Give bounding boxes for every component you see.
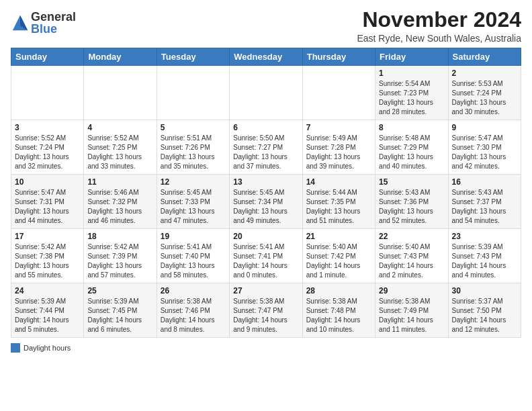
footer: Daylight hours (11, 343, 521, 353)
day-detail: Sunrise: 5:45 AMSunset: 7:34 PMDaylight:… (233, 188, 298, 226)
logo: General Blue (11, 11, 76, 35)
day-number: 12 (161, 177, 226, 187)
day-detail: Sunrise: 5:47 AMSunset: 7:30 PMDaylight:… (452, 134, 517, 171)
day-number: 13 (233, 177, 298, 187)
day-detail: Sunrise: 5:42 AMSunset: 7:38 PMDaylight:… (15, 242, 80, 280)
day-number: 22 (379, 232, 444, 241)
week-row-2: 3Sunrise: 5:52 AMSunset: 7:24 PMDaylight… (11, 120, 521, 175)
day-detail: Sunrise: 5:46 AMSunset: 7:32 PMDaylight:… (87, 188, 152, 226)
logo-icon (11, 13, 30, 32)
day-number: 21 (306, 232, 371, 241)
day-number: 9 (452, 123, 517, 132)
day-detail: Sunrise: 5:52 AMSunset: 7:25 PMDaylight:… (87, 134, 152, 171)
day-number: 29 (379, 286, 444, 295)
col-tuesday: Tuesday (157, 48, 229, 66)
day-detail: Sunrise: 5:47 AMSunset: 7:31 PMDaylight:… (15, 188, 80, 226)
subtitle: East Ryde, New South Wales, Australia (357, 33, 521, 44)
day-number: 5 (161, 123, 226, 132)
legend-label: Daylight hours (24, 344, 71, 352)
day-detail: Sunrise: 5:39 AMSunset: 7:43 PMDaylight:… (452, 242, 517, 280)
day-detail: Sunrise: 5:38 AMSunset: 7:49 PMDaylight:… (379, 297, 444, 334)
day-cell: 20Sunrise: 5:41 AMSunset: 7:41 PMDayligh… (230, 229, 302, 283)
day-number: 23 (452, 232, 517, 241)
day-cell: 5Sunrise: 5:51 AMSunset: 7:26 PMDaylight… (157, 120, 229, 175)
day-cell (302, 66, 375, 120)
day-detail: Sunrise: 5:38 AMSunset: 7:47 PMDaylight:… (233, 297, 298, 334)
logo-text: General Blue (31, 11, 76, 35)
day-cell: 2Sunrise: 5:53 AMSunset: 7:24 PMDaylight… (448, 66, 521, 120)
day-number: 6 (233, 123, 298, 132)
calendar-header: Sunday Monday Tuesday Wednesday Thursday… (11, 48, 521, 66)
day-cell: 10Sunrise: 5:47 AMSunset: 7:31 PMDayligh… (11, 175, 84, 229)
day-cell: 1Sunrise: 5:54 AMSunset: 7:23 PMDaylight… (375, 66, 448, 120)
day-number: 28 (306, 286, 371, 295)
week-row-3: 10Sunrise: 5:47 AMSunset: 7:31 PMDayligh… (11, 175, 521, 229)
week-row-1: 1Sunrise: 5:54 AMSunset: 7:23 PMDaylight… (11, 66, 521, 120)
day-cell: 27Sunrise: 5:38 AMSunset: 7:47 PMDayligh… (230, 283, 302, 338)
day-detail: Sunrise: 5:42 AMSunset: 7:39 PMDaylight:… (87, 242, 152, 280)
logo-general: General (31, 11, 76, 23)
day-cell: 23Sunrise: 5:39 AMSunset: 7:43 PMDayligh… (448, 229, 521, 283)
day-detail: Sunrise: 5:45 AMSunset: 7:33 PMDaylight:… (161, 188, 226, 226)
day-cell (230, 66, 302, 120)
day-cell: 4Sunrise: 5:52 AMSunset: 7:25 PMDaylight… (84, 120, 157, 175)
col-wednesday: Wednesday (230, 48, 302, 66)
day-detail: Sunrise: 5:48 AMSunset: 7:29 PMDaylight:… (379, 134, 444, 171)
day-cell: 6Sunrise: 5:50 AMSunset: 7:27 PMDaylight… (230, 120, 302, 175)
day-detail: Sunrise: 5:40 AMSunset: 7:42 PMDaylight:… (306, 242, 371, 280)
day-detail: Sunrise: 5:44 AMSunset: 7:35 PMDaylight:… (306, 188, 371, 226)
day-number: 14 (306, 177, 371, 187)
day-cell: 13Sunrise: 5:45 AMSunset: 7:34 PMDayligh… (230, 175, 302, 229)
day-detail: Sunrise: 5:37 AMSunset: 7:50 PMDaylight:… (452, 297, 517, 334)
col-sunday: Sunday (11, 48, 84, 66)
day-number: 2 (452, 68, 517, 78)
day-number: 4 (87, 123, 152, 132)
day-detail: Sunrise: 5:54 AMSunset: 7:23 PMDaylight:… (379, 79, 444, 117)
day-cell: 21Sunrise: 5:40 AMSunset: 7:42 PMDayligh… (302, 229, 375, 283)
main-title: November 2024 (357, 8, 521, 32)
day-number: 26 (161, 286, 226, 295)
day-cell: 11Sunrise: 5:46 AMSunset: 7:32 PMDayligh… (84, 175, 157, 229)
header: General Blue November 2024 East Ryde, Ne… (11, 8, 521, 44)
day-number: 10 (15, 177, 80, 187)
day-detail: Sunrise: 5:41 AMSunset: 7:41 PMDaylight:… (233, 242, 298, 280)
day-cell: 14Sunrise: 5:44 AMSunset: 7:35 PMDayligh… (302, 175, 375, 229)
day-number: 1 (379, 68, 444, 78)
day-cell: 30Sunrise: 5:37 AMSunset: 7:50 PMDayligh… (448, 283, 521, 338)
day-detail: Sunrise: 5:49 AMSunset: 7:28 PMDaylight:… (306, 134, 371, 171)
col-thursday: Thursday (302, 48, 375, 66)
day-number: 19 (161, 232, 226, 241)
day-number: 3 (15, 123, 80, 132)
title-block: November 2024 East Ryde, New South Wales… (357, 8, 521, 44)
col-saturday: Saturday (448, 48, 521, 66)
day-number: 11 (87, 177, 152, 187)
week-row-5: 24Sunrise: 5:39 AMSunset: 7:44 PMDayligh… (11, 283, 521, 338)
day-cell: 26Sunrise: 5:38 AMSunset: 7:46 PMDayligh… (157, 283, 229, 338)
day-detail: Sunrise: 5:52 AMSunset: 7:24 PMDaylight:… (15, 134, 80, 171)
calendar-table: Sunday Monday Tuesday Wednesday Thursday… (11, 48, 521, 338)
day-number: 25 (87, 286, 152, 295)
day-detail: Sunrise: 5:50 AMSunset: 7:27 PMDaylight:… (233, 134, 298, 171)
day-detail: Sunrise: 5:53 AMSunset: 7:24 PMDaylight:… (452, 79, 517, 117)
day-number: 24 (15, 286, 80, 295)
day-cell: 19Sunrise: 5:41 AMSunset: 7:40 PMDayligh… (157, 229, 229, 283)
day-cell: 25Sunrise: 5:39 AMSunset: 7:45 PMDayligh… (84, 283, 157, 338)
day-cell: 29Sunrise: 5:38 AMSunset: 7:49 PMDayligh… (375, 283, 448, 338)
day-detail: Sunrise: 5:43 AMSunset: 7:36 PMDaylight:… (379, 188, 444, 226)
day-number: 30 (452, 286, 517, 295)
day-detail: Sunrise: 5:51 AMSunset: 7:26 PMDaylight:… (161, 134, 226, 171)
day-detail: Sunrise: 5:41 AMSunset: 7:40 PMDaylight:… (161, 242, 226, 280)
header-row: Sunday Monday Tuesday Wednesday Thursday… (11, 48, 521, 66)
day-number: 16 (452, 177, 517, 187)
legend-color-box (11, 343, 20, 353)
page: General Blue November 2024 East Ryde, Ne… (0, 0, 532, 411)
day-number: 17 (15, 232, 80, 241)
day-cell: 18Sunrise: 5:42 AMSunset: 7:39 PMDayligh… (84, 229, 157, 283)
day-cell: 28Sunrise: 5:38 AMSunset: 7:48 PMDayligh… (302, 283, 375, 338)
day-cell (157, 66, 229, 120)
day-cell: 8Sunrise: 5:48 AMSunset: 7:29 PMDaylight… (375, 120, 448, 175)
day-cell (84, 66, 157, 120)
day-cell: 9Sunrise: 5:47 AMSunset: 7:30 PMDaylight… (448, 120, 521, 175)
day-detail: Sunrise: 5:38 AMSunset: 7:46 PMDaylight:… (161, 297, 226, 334)
day-number: 8 (379, 123, 444, 132)
